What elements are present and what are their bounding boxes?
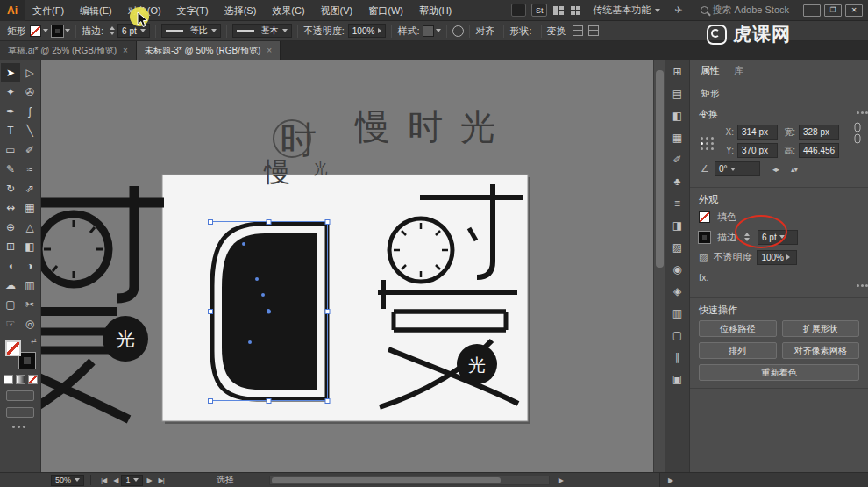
- expand-shape-button[interactable]: 扩展形状: [782, 320, 860, 337]
- bridge-icon[interactable]: [511, 4, 526, 17]
- workspace-switcher[interactable]: 传统基本功能: [593, 4, 660, 17]
- vertical-scrollbar-thumb[interactable]: [656, 70, 664, 268]
- none-mode-button[interactable]: [28, 375, 38, 384]
- first-artboard-button[interactable]: |◀: [101, 476, 106, 484]
- menu-help[interactable]: 帮助(H): [411, 0, 459, 21]
- fx-button[interactable]: fx.: [699, 272, 709, 283]
- align-panel-icon[interactable]: ∥: [669, 350, 687, 364]
- chevron-down-icon[interactable]: [436, 29, 441, 32]
- flip-vertical-button[interactable]: ▴▾: [791, 165, 797, 174]
- draw-mode-button[interactable]: [6, 390, 34, 401]
- slice-tool[interactable]: ✂: [20, 295, 39, 314]
- pencil-tool[interactable]: ✎: [1, 160, 20, 179]
- stroke-weight-stepper[interactable]: [110, 26, 115, 35]
- width-tool[interactable]: ↭: [1, 198, 20, 218]
- horizontal-scrollbar[interactable]: [269, 476, 550, 485]
- constrain-proportions-icon[interactable]: [852, 122, 863, 145]
- menu-window[interactable]: 窗口(W): [360, 0, 411, 21]
- align-pixel-grid-button[interactable]: 对齐像素网格: [782, 342, 860, 359]
- close-tab-icon[interactable]: ×: [267, 46, 272, 55]
- stock-search[interactable]: 搜索 Adobe Stock: [701, 4, 789, 17]
- toolbar-overflow-icon[interactable]: [12, 426, 15, 428]
- pen-tool[interactable]: ✒: [1, 102, 20, 121]
- arrange-documents-icon[interactable]: [552, 5, 565, 16]
- arrange-button[interactable]: 排列: [699, 342, 777, 359]
- tab-libraries[interactable]: 库: [734, 64, 743, 77]
- menu-type[interactable]: 文字(T): [169, 0, 217, 21]
- fill-color-swatch[interactable]: [30, 25, 41, 37]
- y-input[interactable]: 370 px: [737, 143, 778, 158]
- shape-builder-tool[interactable]: ⊕: [1, 218, 20, 237]
- restore-button[interactable]: ❐: [824, 4, 842, 17]
- column-graph-tool[interactable]: ▥: [20, 276, 39, 295]
- graphic-styles-panel-icon[interactable]: ◈: [669, 284, 687, 298]
- stroke-weight-select[interactable]: 6 pt: [758, 230, 798, 245]
- artboard-number-select[interactable]: 1: [121, 475, 143, 486]
- recolor-artwork-icon[interactable]: [452, 25, 464, 37]
- paintbrush-tool[interactable]: ✐: [20, 140, 39, 160]
- scroll-right-button[interactable]: ▶: [559, 476, 563, 484]
- offset-path-button[interactable]: 位移路径: [699, 320, 777, 337]
- hand-tool[interactable]: ☞: [1, 314, 20, 333]
- panel-scroll-right-icon[interactable]: ▶: [668, 476, 672, 484]
- fill-stroke-widget[interactable]: ⇄: [4, 339, 37, 370]
- tab-properties[interactable]: 属性: [701, 64, 720, 77]
- width-input[interactable]: 328 px: [799, 125, 839, 140]
- height-input[interactable]: 446.456: [799, 143, 839, 158]
- flip-horizontal-button[interactable]: ◂▸: [772, 165, 779, 174]
- menu-view[interactable]: 视图(V): [313, 0, 361, 21]
- stroke-panel-icon[interactable]: ≡: [669, 197, 687, 211]
- menu-edit[interactable]: 编辑(E): [72, 0, 120, 21]
- screen-mode-button[interactable]: [6, 407, 34, 418]
- stroke-color-swatch[interactable]: [52, 25, 63, 37]
- free-transform-tool[interactable]: ▦: [20, 198, 39, 218]
- selection-tool[interactable]: ➤: [1, 63, 20, 82]
- blend-tool[interactable]: ◑: [20, 256, 39, 276]
- transform-label[interactable]: 变换: [547, 25, 566, 38]
- gradient-mode-button[interactable]: [16, 375, 25, 384]
- fill-swatch[interactable]: [5, 340, 21, 356]
- canvas-area[interactable]: 光 慢时光 时 慢 光: [41, 60, 653, 472]
- chevron-down-icon[interactable]: [43, 29, 48, 32]
- isolate-object-icon[interactable]: [573, 25, 583, 36]
- direct-selection-tool[interactable]: ▷: [20, 63, 39, 82]
- appearance-more-icon[interactable]: [857, 284, 859, 287]
- lasso-tool[interactable]: ✇: [20, 82, 39, 102]
- zoom-tool[interactable]: ◎: [20, 314, 39, 333]
- curvature-tool[interactable]: ʃ: [20, 102, 39, 121]
- next-artboard-button[interactable]: ▶: [146, 476, 151, 484]
- fill-swatch[interactable]: [699, 211, 710, 223]
- perspective-grid-tool[interactable]: △: [20, 218, 39, 237]
- brushes-panel-icon[interactable]: ✐: [669, 153, 687, 167]
- menu-select[interactable]: 选择(S): [217, 0, 265, 21]
- stroke-swatch[interactable]: [699, 232, 710, 243]
- transform-more-icon[interactable]: [857, 111, 859, 114]
- align-label[interactable]: 对齐: [475, 25, 494, 38]
- opacity-select[interactable]: 100%: [348, 24, 387, 38]
- gradient-tool[interactable]: ◧: [20, 237, 39, 256]
- type-tool[interactable]: T: [1, 121, 20, 140]
- stroke-swatch[interactable]: [19, 353, 35, 369]
- scale-tool[interactable]: ⇗: [20, 179, 39, 198]
- menu-file[interactable]: 文件(F): [25, 0, 72, 21]
- vertical-scrollbar[interactable]: [653, 60, 665, 472]
- symbol-sprayer-tool[interactable]: ☁: [1, 276, 20, 295]
- ai-logo[interactable]: Ai: [0, 0, 25, 21]
- horizontal-scrollbar-thumb[interactable]: [272, 477, 501, 483]
- artboard-tool[interactable]: ▢: [1, 295, 20, 314]
- rotate-angle-select[interactable]: 0°: [715, 161, 760, 176]
- color-panel-icon[interactable]: ▤: [669, 87, 687, 101]
- appearance-panel-icon[interactable]: ◉: [669, 262, 687, 276]
- artboards-panel-icon[interactable]: ▢: [669, 328, 687, 342]
- width-profile-select[interactable]: 等比: [161, 24, 221, 38]
- asset-export-panel-icon[interactable]: ▣: [669, 372, 687, 386]
- style-swatch[interactable]: [423, 25, 434, 37]
- gpu-performance-icon[interactable]: ✈: [674, 4, 682, 16]
- mesh-tool[interactable]: ⊞: [1, 237, 20, 256]
- prev-artboard-button[interactable]: ◀: [113, 476, 117, 484]
- rectangle-tool[interactable]: ▭: [1, 140, 20, 160]
- last-artboard-button[interactable]: ▶|: [159, 476, 164, 484]
- opacity-select[interactable]: 100%: [757, 250, 797, 265]
- recolor-button[interactable]: 重新着色: [699, 364, 859, 381]
- minimize-button[interactable]: —: [803, 4, 821, 17]
